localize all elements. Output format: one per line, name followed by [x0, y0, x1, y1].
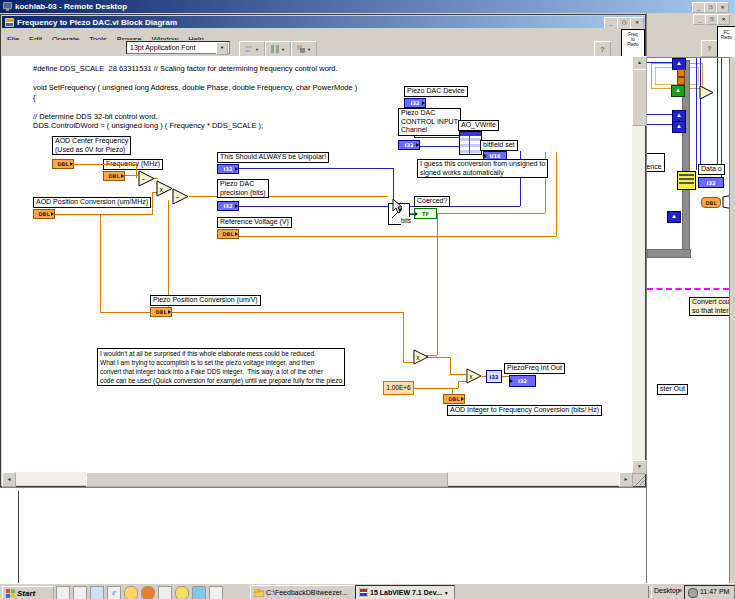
piezofreq-int-out-terminal[interactable]: I32 — [509, 375, 536, 387]
firefox-icon[interactable] — [141, 586, 155, 599]
start-label: Start — [17, 589, 35, 598]
code-comment[interactable]: #define DDS_SCALE 28.63311531 // Scaling… — [33, 64, 357, 131]
vi-window-titlebar[interactable]: Frequency to Piezo DAC.vi Block Diagram — [2, 16, 645, 28]
font-selector[interactable]: 13pt Application Font ▼ — [126, 41, 230, 54]
dac-precision-terminal[interactable]: I32 — [217, 201, 239, 211]
bg-data-out-terminal[interactable]: I32 — [698, 177, 724, 188]
bg-scrollbar[interactable] — [729, 57, 735, 583]
big-comment[interactable]: I wouldn't at all be surprised if this w… — [97, 348, 345, 386]
tray-status-icon[interactable] — [688, 588, 698, 598]
horizontal-scroll-thumb[interactable] — [86, 472, 448, 487]
wire-segment — [72, 164, 136, 165]
bg-data-out-label[interactable]: Data o — [698, 164, 725, 175]
bg-lower-diagram-area — [0, 487, 646, 584]
ao-vwrite-label[interactable]: AO_VWrite — [458, 120, 499, 131]
scroll-down-button[interactable]: ▼ — [632, 460, 647, 474]
horizontal-scrollbar[interactable]: ◄ ► — [2, 472, 632, 485]
vertical-scroll-thumb[interactable] — [632, 69, 647, 126]
bg-orange-node[interactable] — [677, 69, 685, 77]
aod-center-frequency-label[interactable]: AOD Center Frequency (Used as 0V for Pie… — [52, 136, 131, 155]
unipolar-label[interactable]: This Should ALWAYS be Unipolar! — [217, 152, 329, 163]
bg-help-button[interactable]: ? — [701, 40, 718, 57]
dac-channel-terminal[interactable]: I32 — [398, 140, 420, 150]
bg-vi-icon[interactable]: FC Piezo — [717, 26, 735, 59]
bg-subvi-icon[interactable] — [677, 171, 696, 190]
vi-toolbar: 13pt Application Font ▼ ▼ ▼ ▼ ? — [2, 40, 645, 57]
ao-vwrite-node-icon[interactable] — [459, 131, 482, 155]
font-selector-dropdown-icon[interactable]: ▼ — [216, 42, 228, 55]
unipolar-terminal[interactable]: I32 — [217, 164, 239, 174]
bits-label[interactable]: bits — [401, 217, 411, 226]
wire-segment — [403, 362, 413, 363]
dac-channel-label[interactable]: Piezo DAC CONTROL INPUT Channel — [398, 108, 461, 136]
multiply-operator-icon[interactable]: x — [156, 180, 173, 197]
scroll-up-button[interactable]: ▲ — [632, 56, 647, 70]
coerced-label[interactable]: Coerced? — [414, 196, 450, 207]
remote-desktop-titlebar[interactable]: kochlab-03 - Remote Desktop — [0, 0, 735, 13]
bitfield-set-label[interactable]: bitfield set — [480, 140, 518, 151]
help-button[interactable]: ? — [594, 41, 611, 57]
messenger-icon[interactable] — [124, 586, 138, 599]
window-icon[interactable] — [158, 586, 172, 599]
window-icon[interactable] — [209, 586, 223, 599]
const-1e6[interactable]: 1.00E+6 — [383, 381, 414, 395]
reference-voltage-terminal[interactable]: DBL — [217, 229, 239, 239]
ie-icon[interactable]: e — [107, 586, 121, 599]
bg-with-reference-label[interactable]: with reference — [647, 153, 665, 172]
bg-green-variable-node[interactable]: ▲ — [671, 85, 685, 97]
subtract-operator-icon[interactable]: - — [138, 170, 155, 187]
bg-local-variable-node[interactable]: ▲ — [667, 211, 681, 223]
dac-precision-label[interactable]: Piezo DAC precision (bits) — [217, 179, 269, 198]
conversion-comment[interactable]: I guess this conversion from unsigned to… — [417, 159, 548, 178]
window-icon[interactable] — [73, 586, 87, 599]
dac-device-terminal[interactable]: I32 — [404, 98, 426, 108]
bg-operator-icon[interactable] — [699, 85, 714, 100]
smiley-icon[interactable] — [175, 586, 189, 599]
reference-voltage-label[interactable]: Reference Voltage (V) — [217, 217, 292, 228]
frequency-terminal[interactable]: DBL — [103, 171, 125, 181]
reorder-button[interactable]: ▼ — [291, 41, 317, 57]
task-folder-button[interactable]: C:\FeedbackDB\tweezer... — [250, 585, 360, 599]
distribute-objects-button[interactable]: ▼ — [265, 41, 291, 57]
task-labview-button[interactable]: 15 LabVIEW 7.1 Dev... ▼ — [355, 585, 455, 599]
align-objects-button[interactable]: ▼ — [239, 41, 265, 57]
msn-icon[interactable] — [192, 586, 206, 599]
to-i32-conversion-node[interactable]: I32 — [486, 370, 502, 383]
scroll-left-button[interactable]: ◄ — [2, 472, 16, 487]
wire-segment — [239, 168, 393, 169]
rd-close-button[interactable]: ✕ — [716, 2, 729, 13]
resize-grip[interactable] — [633, 473, 646, 486]
bg-local-variable-node[interactable]: ▲ — [672, 121, 686, 133]
aod-int-conversion-label[interactable]: AOD Integer to Frequency Conversion (bit… — [447, 405, 602, 416]
aod-position-conversion-label[interactable]: AOD Position Conversion (um/MHz) — [33, 197, 151, 208]
vi-icon-pane[interactable]: Freq to Piezo — [621, 29, 645, 59]
taskbar: Start e C:\FeedbackDB\tweezer... 15 LabV… — [0, 583, 735, 599]
piezo-position-conversion-label[interactable]: Piezo Position Conversion (um/V) — [150, 295, 261, 306]
toolbar-chevron-icon[interactable]: » — [678, 587, 682, 594]
divide-operator-icon[interactable]: ÷ — [172, 188, 189, 205]
aod-center-frequency-terminal[interactable]: DBL — [52, 159, 74, 169]
bg-convert-node-icon[interactable] — [722, 194, 729, 210]
bg-dbl-node[interactable]: DBL — [701, 197, 721, 208]
aod-position-conversion-terminal[interactable]: DBL — [33, 209, 55, 219]
multiply-operator-icon[interactable]: x — [466, 368, 482, 384]
wire-segment — [100, 214, 101, 312]
wire-segment — [647, 124, 672, 125]
bg-close-button[interactable]: ✕ — [717, 14, 730, 25]
multiply-operator-icon[interactable]: x — [413, 349, 429, 365]
piezofreq-int-out-label[interactable]: PiezoFreq Int Out — [504, 363, 565, 374]
mouse-cursor-icon — [392, 199, 404, 215]
coerced-terminal[interactable]: TF — [414, 208, 437, 219]
start-button[interactable]: Start — [2, 586, 54, 599]
piezo-position-conversion-terminal[interactable]: DBL — [150, 307, 172, 317]
desktop-toolbar-label[interactable]: Desktop — [654, 587, 680, 594]
show-desktop-icon[interactable] — [56, 586, 70, 599]
bg-cluster-out-label[interactable]: ster Out — [657, 384, 688, 395]
vertical-scrollbar[interactable]: ▲ ▼ — [632, 56, 645, 472]
bg-convert-comment[interactable]: Convert coun so that inter-s — [689, 297, 729, 316]
dac-device-label[interactable]: Piezo DAC Device — [404, 86, 468, 97]
scroll-right-button[interactable]: ► — [619, 472, 633, 487]
aod-int-conversion-terminal[interactable]: DBL — [443, 394, 465, 404]
media-player-icon[interactable] — [90, 586, 104, 599]
bg-orange-node[interactable] — [677, 77, 685, 85]
